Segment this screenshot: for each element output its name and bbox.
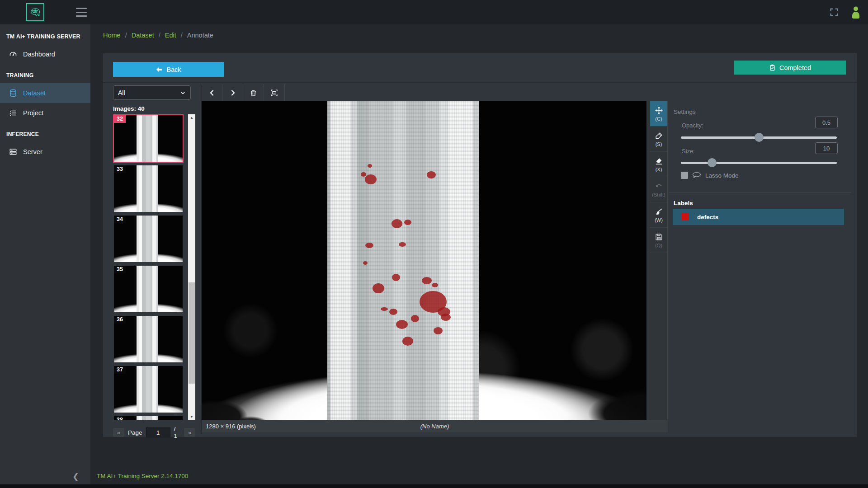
pager-label: Page: [128, 429, 142, 436]
tool-brush[interactable]: (S): [650, 127, 667, 152]
size-slider[interactable]: [681, 158, 837, 167]
opacity-slider[interactable]: [681, 133, 837, 142]
filter-dropdown[interactable]: All: [113, 85, 191, 100]
thumbnail-item[interactable]: 36: [113, 315, 184, 363]
thumbnail-item[interactable]: 34: [113, 215, 184, 263]
tool-shortcut-label: (Shift): [652, 192, 665, 197]
size-slider-handle[interactable]: [708, 158, 717, 167]
user-icon[interactable]: [850, 6, 862, 19]
labels-title: Labels: [674, 200, 693, 206]
thumbnail-item[interactable]: 38: [113, 415, 184, 420]
breadcrumb-annotate: Annotate: [187, 32, 213, 39]
lasso-icon: [692, 172, 702, 179]
breadcrumb-home[interactable]: Home: [103, 32, 121, 39]
thumbnail-badge: 37: [114, 366, 126, 374]
thumbnail-pager: « Page / 1 »: [113, 426, 195, 439]
scrollbar-thumb[interactable]: [189, 282, 195, 383]
chevron-right-icon: [229, 89, 236, 97]
tool-shortcut-label: (S): [656, 141, 662, 147]
filter-dropdown-value: All: [118, 89, 125, 96]
clipboard-check-icon: [769, 64, 776, 71]
sidebar-title: TM AI+ TRAINING SERVER: [0, 24, 90, 44]
thumbnail-list: 32 33 34 35 36 37 38: [113, 114, 184, 420]
sidebar-item-dataset[interactable]: Dataset: [0, 83, 90, 103]
app-logo[interactable]: [26, 3, 44, 21]
pager-page-input[interactable]: [146, 427, 170, 437]
bottom-edge-strip: [0, 484, 868, 488]
thumbnail-item[interactable]: 32: [113, 114, 184, 163]
tool-shortcut-label: (C): [655, 116, 662, 122]
thumbnail-badge: 33: [114, 165, 126, 173]
fit-image-button[interactable]: [264, 84, 285, 101]
previous-image-button[interactable]: [202, 84, 222, 101]
opacity-value-input[interactable]: [815, 117, 838, 128]
chevron-down-icon: [180, 90, 186, 96]
label-name: defects: [697, 214, 718, 221]
back-button-label: Back: [166, 66, 181, 73]
thumbnail-item[interactable]: 35: [113, 265, 184, 313]
eraser-tool-icon: [655, 157, 663, 165]
annotation-canvas[interactable]: [202, 101, 646, 420]
tool-save[interactable]: (Q): [650, 228, 667, 253]
sidebar-section-inference: INFERENCE: [0, 123, 90, 142]
brain-network-logo-icon: [29, 6, 42, 19]
thumbnail-item[interactable]: 37: [113, 365, 184, 413]
sidebar-item-dashboard[interactable]: Dashboard: [0, 44, 90, 64]
lasso-mode-checkbox[interactable]: [681, 172, 688, 179]
sidebar-item-label: Server: [23, 148, 42, 155]
hamburger-menu-icon[interactable]: [76, 8, 87, 17]
thumbnail-scrollbar[interactable]: ▲ ▼: [188, 114, 195, 420]
thumbnail-badge: 38: [114, 416, 126, 420]
app-window: TM AI+ TRAINING SERVER Dashboard TRAININ…: [0, 0, 868, 488]
sidebar-item-server[interactable]: Server: [0, 142, 90, 162]
fullscreen-icon[interactable]: [829, 7, 839, 17]
app-version-text: TM AI+ Training Server 2.14.1700: [97, 473, 188, 479]
breadcrumb-dataset[interactable]: Dataset: [132, 32, 154, 39]
breadcrumb-separator: /: [125, 32, 127, 39]
next-image-button[interactable]: [222, 84, 243, 101]
breadcrumb-edit[interactable]: Edit: [165, 32, 176, 39]
thumbnail-badge: 36: [114, 316, 126, 324]
sidebar: TM AI+ TRAINING SERVER Dashboard TRAININ…: [0, 24, 90, 484]
label-color-swatch: [682, 213, 689, 221]
scroll-up-icon[interactable]: ▲: [188, 114, 195, 121]
tool-undo[interactable]: (Shift): [650, 177, 667, 202]
trash-icon: [250, 89, 257, 97]
settings-panel: Settings Opacity: Size: Lasso Mode La: [669, 84, 851, 434]
thumbnail-badge: 34: [114, 216, 126, 223]
tool-move[interactable]: (C): [650, 101, 667, 127]
size-value-input[interactable]: [815, 142, 838, 154]
tool-paint-brush[interactable]: (W): [650, 202, 667, 228]
settings-title: Settings: [674, 108, 696, 115]
thumbnail-badge: 32: [114, 115, 126, 123]
pager-first-button[interactable]: «: [113, 428, 124, 437]
sidebar-item-label: Project: [23, 109, 43, 117]
completed-button[interactable]: Completed: [734, 61, 846, 75]
lasso-mode-row: Lasso Mode: [681, 172, 739, 179]
size-slider-track: [681, 162, 837, 164]
move-tool-icon: [655, 106, 663, 115]
tool-shortcut-label: (W): [655, 217, 663, 223]
tool-eraser[interactable]: (X): [650, 152, 667, 177]
canvas-column: (C) (S) (X): [201, 84, 667, 434]
size-label: Size:: [682, 148, 695, 155]
server-icon: [9, 148, 17, 156]
opacity-slider-handle[interactable]: [755, 133, 764, 142]
pager-last-button[interactable]: »: [184, 428, 195, 437]
save-tool-icon: [655, 233, 663, 241]
canvas-toolbar: [202, 84, 668, 101]
image-name-label: (No Name): [202, 423, 668, 430]
label-row-defects[interactable]: defects: [673, 209, 844, 225]
pager-total: / 1: [174, 426, 180, 439]
sidebar-collapse-chevron-left-icon[interactable]: ❮: [72, 472, 79, 482]
defect-annotations-overlay: [202, 101, 646, 420]
sidebar-item-project[interactable]: Project: [0, 103, 90, 123]
thumbnail-item[interactable]: 33: [113, 164, 184, 213]
back-button[interactable]: Back: [113, 62, 224, 77]
scroll-down-icon[interactable]: ▼: [188, 413, 195, 420]
sidebar-item-label: Dashboard: [23, 51, 55, 58]
breadcrumb-separator: /: [181, 32, 183, 39]
delete-image-button[interactable]: [243, 84, 264, 101]
opacity-label: Opacity:: [682, 122, 703, 129]
project-list-icon: [9, 109, 17, 117]
